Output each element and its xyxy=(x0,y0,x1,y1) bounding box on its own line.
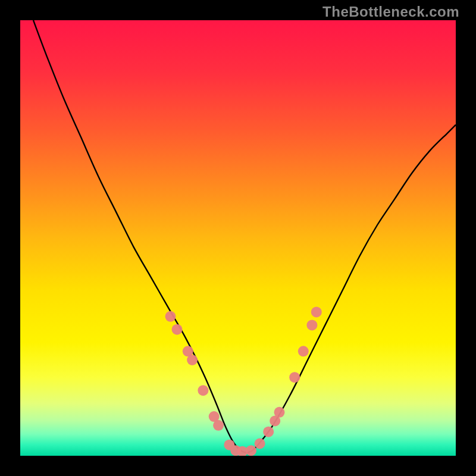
sample-dot xyxy=(198,385,208,396)
plot-area xyxy=(20,20,456,456)
sample-dot xyxy=(213,420,224,431)
curve-layer xyxy=(20,20,456,456)
sample-dot xyxy=(246,445,256,456)
sample-dot xyxy=(289,372,300,383)
sample-dots-group xyxy=(165,306,322,456)
sample-dot xyxy=(263,427,274,437)
sample-dot xyxy=(172,324,183,335)
watermark-text: TheBottleneck.com xyxy=(322,4,459,20)
sample-dot xyxy=(187,355,198,365)
sample-dot xyxy=(165,311,176,322)
sample-dot xyxy=(311,306,322,317)
sample-dot xyxy=(298,346,309,356)
chart-frame: TheBottleneck.com xyxy=(0,0,476,476)
sample-dot xyxy=(274,407,285,418)
sample-dot xyxy=(255,439,265,449)
sample-dot xyxy=(306,320,317,330)
bottleneck-curve xyxy=(33,20,456,453)
